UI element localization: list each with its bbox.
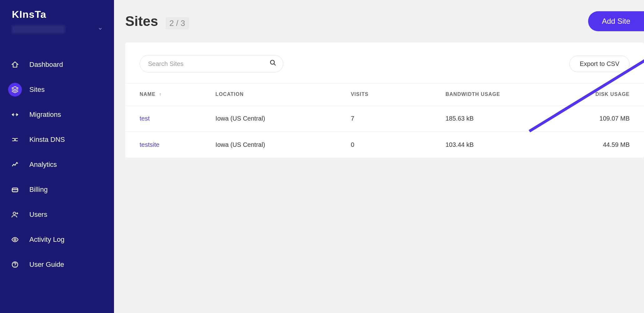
- export-csv-button[interactable]: Export to CSV: [569, 56, 630, 72]
- nav-item-users[interactable]: Users: [0, 202, 114, 227]
- nav-item-kinsta-dns[interactable]: Kinsta DNS: [0, 127, 114, 152]
- cell-disk: 109.07 MB: [545, 106, 644, 132]
- site-link[interactable]: test: [140, 115, 150, 122]
- page-header: Sites 2 / 3 Add Site: [125, 11, 644, 31]
- nav-label: User Guide: [29, 261, 64, 269]
- nav-label: Analytics: [29, 161, 57, 169]
- cell-visits: 7: [351, 106, 445, 132]
- svg-point-6: [270, 60, 275, 64]
- search-wrap: [140, 55, 283, 72]
- navigation: Dashboard Sites Migrations Kinsta DNS An: [0, 52, 114, 277]
- nav-label: Sites: [29, 86, 45, 94]
- column-header-location[interactable]: LOCATION: [215, 83, 351, 106]
- page-title: Sites: [125, 13, 158, 29]
- nav-label: Users: [29, 211, 47, 219]
- sort-ascending-icon: ↑: [159, 92, 162, 97]
- nav-item-user-guide[interactable]: User Guide: [0, 252, 114, 277]
- company-name-blurred: [12, 25, 65, 33]
- svg-point-5: [15, 266, 15, 266]
- cell-location: Iowa (US Central): [215, 106, 351, 132]
- card-toolbar: Export to CSV: [125, 42, 644, 83]
- nav-label: Migrations: [29, 111, 61, 119]
- cell-location: Iowa (US Central): [215, 132, 351, 158]
- search-input[interactable]: [140, 55, 283, 72]
- help-icon: [8, 258, 22, 271]
- billing-icon: [8, 183, 22, 196]
- nav-item-billing[interactable]: Billing: [0, 177, 114, 202]
- nav-item-analytics[interactable]: Analytics: [0, 152, 114, 177]
- dns-icon: [8, 133, 22, 147]
- users-icon: [8, 208, 22, 221]
- sites-count-badge: 2 / 3: [166, 17, 189, 29]
- table-row[interactable]: testsite Iowa (US Central) 0 103.44 kB 4…: [125, 132, 644, 158]
- nav-label: Activity Log: [29, 236, 65, 244]
- column-header-visits[interactable]: VISITS: [351, 83, 445, 106]
- sites-card: Export to CSV NAME ↑ LOCATION VISITS BAN…: [125, 42, 644, 158]
- migrations-icon: [8, 108, 22, 122]
- svg-point-2: [13, 212, 16, 215]
- nav-item-migrations[interactable]: Migrations: [0, 102, 114, 127]
- sidebar: KInsTa Dashboard Sites Migrations: [0, 0, 114, 313]
- cell-bandwidth: 185.63 kB: [445, 106, 545, 132]
- table-row[interactable]: test Iowa (US Central) 7 185.63 kB 109.0…: [125, 106, 644, 132]
- column-header-bandwidth[interactable]: BANDWIDTH USAGE: [445, 83, 545, 106]
- main-content: Sites 2 / 3 Add Site Export to CSV NAME …: [114, 0, 644, 313]
- layers-icon: [8, 83, 22, 97]
- column-header-disk[interactable]: DISK USAGE: [545, 83, 644, 106]
- company-selector[interactable]: [0, 22, 114, 43]
- header-name-text: NAME: [140, 92, 156, 97]
- nav-label: Dashboard: [29, 61, 63, 69]
- svg-point-3: [14, 239, 16, 241]
- cell-disk: 44.59 MB: [545, 132, 644, 158]
- site-link[interactable]: testsite: [140, 141, 159, 148]
- brand-logo: KInsTa: [0, 9, 114, 22]
- search-icon: [270, 59, 276, 68]
- nav-label: Billing: [29, 186, 48, 194]
- page-title-group: Sites 2 / 3: [125, 13, 189, 29]
- nav-item-dashboard[interactable]: Dashboard: [0, 52, 114, 77]
- chevron-down-icon: [98, 26, 103, 32]
- nav-item-sites[interactable]: Sites: [0, 77, 114, 102]
- nav-item-activity-log[interactable]: Activity Log: [0, 227, 114, 252]
- chart-icon: [8, 158, 22, 171]
- cell-visits: 0: [351, 132, 445, 158]
- column-header-name[interactable]: NAME ↑: [125, 83, 215, 106]
- nav-label: Kinsta DNS: [29, 136, 65, 144]
- home-icon: [8, 58, 22, 72]
- add-site-button[interactable]: Add Site: [588, 11, 644, 31]
- sites-table: NAME ↑ LOCATION VISITS BANDWIDTH USAGE D…: [125, 83, 644, 158]
- svg-line-7: [274, 64, 276, 66]
- eye-icon: [8, 233, 22, 246]
- cell-bandwidth: 103.44 kB: [445, 132, 545, 158]
